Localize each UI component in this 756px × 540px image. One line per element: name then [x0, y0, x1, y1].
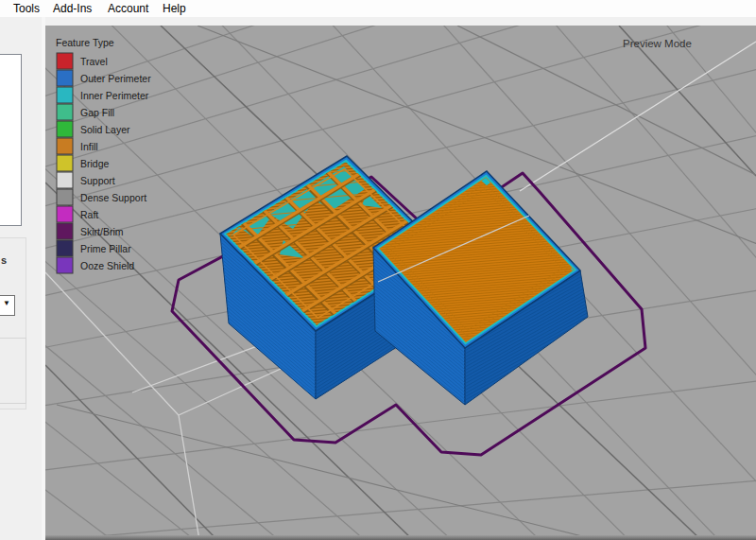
svg-text:Feature Type: Feature Type	[56, 37, 114, 48]
svg-text:Travel: Travel	[80, 56, 108, 67]
svg-text:Outer Perimeter: Outer Perimeter	[80, 73, 151, 84]
svg-text:Gap Fill: Gap Fill	[80, 107, 114, 118]
svg-text:Solid Layer: Solid Layer	[80, 124, 130, 135]
svg-text:Dense Support: Dense Support	[80, 192, 146, 203]
svg-text:Bridge: Bridge	[80, 158, 110, 169]
svg-text:Preview Mode: Preview Mode	[623, 38, 692, 49]
svg-text:Prime Pillar: Prime Pillar	[80, 243, 131, 254]
svg-text:Infill: Infill	[80, 141, 98, 152]
svg-text:Support: Support	[80, 175, 115, 186]
svg-text:Skirt/Brim: Skirt/Brim	[80, 226, 124, 237]
svg-text:Inner Perimeter: Inner Perimeter	[80, 90, 149, 101]
svg-text:Ooze Shield: Ooze Shield	[80, 260, 134, 271]
svg-text:Raft: Raft	[80, 209, 98, 220]
